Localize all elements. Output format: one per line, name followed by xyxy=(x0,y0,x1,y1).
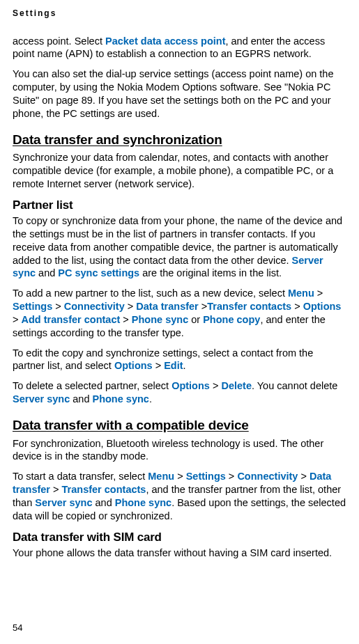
text: To add a new partner to the list, such a… xyxy=(13,288,288,299)
ui-link-phone-sync: Phone sync xyxy=(132,314,188,325)
heading-data-transfer-sync: Data transfer and synchronization xyxy=(13,132,346,149)
text: To start a data transfer, select xyxy=(13,471,148,482)
ui-link-options: Options xyxy=(303,301,342,312)
separator: > xyxy=(125,301,137,312)
separator: > xyxy=(52,301,64,312)
ui-link-add-transfer-contact: Add transfer contact xyxy=(22,314,121,325)
paragraph: To add a new partner to the list, such a… xyxy=(13,287,346,339)
heading-data-transfer-sim: Data transfer with SIM card xyxy=(13,530,346,545)
ui-link-packet-data: Packet data access point xyxy=(105,36,225,47)
ui-link-edit: Edit xyxy=(164,360,183,371)
page-number: 54 xyxy=(13,622,22,634)
ui-link-server-sync: Server sync xyxy=(35,497,92,508)
text: and xyxy=(70,393,92,405)
ui-link-data-transfer: Data transfer xyxy=(136,301,198,312)
separator: > xyxy=(226,471,238,482)
ui-link-delete: Delete xyxy=(221,380,252,391)
separator: > xyxy=(174,471,186,482)
separator: > xyxy=(199,301,208,312)
separator: > xyxy=(210,380,222,391)
text: and xyxy=(92,497,114,508)
paragraph: Synchronize your data from calendar, not… xyxy=(13,151,346,191)
ui-link-options: Options xyxy=(114,360,153,371)
ui-link-phone-sync: Phone sync xyxy=(92,393,148,405)
text: or xyxy=(188,314,203,325)
separator: > xyxy=(13,314,22,325)
text: . xyxy=(149,393,152,405)
heading-data-transfer-compatible: Data transfer with a compatible device xyxy=(13,417,346,434)
heading-partner-list: Partner list xyxy=(13,198,346,213)
ui-link-pc-sync-settings: PC sync settings xyxy=(58,267,139,278)
separator: > xyxy=(120,314,132,325)
ui-link-settings: Settings xyxy=(186,471,226,482)
text: access point. Select xyxy=(13,36,105,47)
ui-link-menu: Menu xyxy=(148,471,174,482)
paragraph: access point. Select Packet data access … xyxy=(13,35,346,61)
separator: > xyxy=(298,471,310,482)
separator: > xyxy=(50,484,62,495)
paragraph: Your phone allows the data transfer with… xyxy=(13,547,346,560)
paragraph: For synchronization, Bluetooth wireless … xyxy=(13,437,346,464)
ui-link-connectivity: Connectivity xyxy=(237,471,298,482)
ui-link-connectivity: Connectivity xyxy=(64,301,125,312)
paragraph: You can also set the dial-up service set… xyxy=(13,68,346,120)
ui-link-server-sync: Server sync xyxy=(13,393,70,405)
paragraph: To delete a selected partner, select Opt… xyxy=(13,379,346,406)
separator: > xyxy=(314,288,323,299)
ui-link-options: Options xyxy=(171,380,210,391)
ui-link-transfer-contacts: Transfer contacts xyxy=(207,301,291,312)
text: . xyxy=(183,360,186,371)
paragraph: To start a data transfer, select Menu > … xyxy=(13,470,346,522)
text: To delete a selected partner, select xyxy=(13,380,171,391)
text: and xyxy=(36,267,58,278)
ui-link-settings: Settings xyxy=(13,301,52,312)
text: . You cannot delete xyxy=(252,380,337,391)
separator: > xyxy=(291,301,303,312)
ui-link-phone-sync: Phone sync xyxy=(115,497,171,508)
ui-link-transfer-contacts: Transfer contacts xyxy=(62,484,146,495)
text: are the original items in the list. xyxy=(139,267,282,278)
separator: > xyxy=(153,360,165,371)
ui-link-phone-copy: Phone copy xyxy=(203,314,260,325)
section-header: Settings xyxy=(13,8,346,19)
ui-link-menu: Menu xyxy=(288,288,314,299)
paragraph: To copy or synchronize data from your ph… xyxy=(13,214,346,280)
paragraph: To edit the copy and synchronize setting… xyxy=(13,347,346,373)
